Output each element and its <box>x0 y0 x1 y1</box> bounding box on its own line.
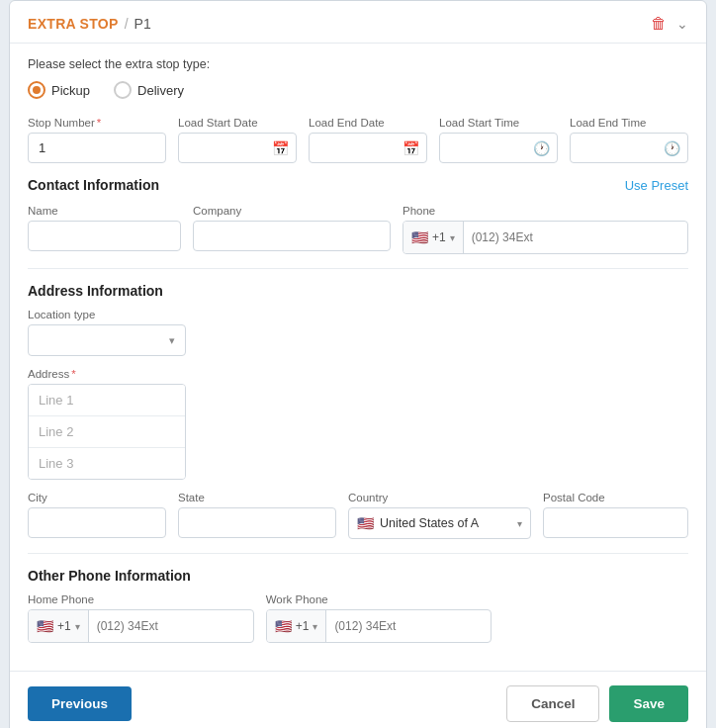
modal-header: EXTRA STOP / P1 🗑 ⌄ <box>10 1 706 44</box>
name-group: Name <box>28 205 181 251</box>
extra-stop-modal: EXTRA STOP / P1 🗑 ⌄ Please select the ex… <box>9 0 707 728</box>
country-flag: 🇺🇸 <box>357 515 374 531</box>
home-phone-input-group: 🇺🇸 +1 ▾ <box>28 609 254 643</box>
address-line1-input[interactable] <box>29 385 185 416</box>
location-type-label: Location type <box>28 309 186 320</box>
home-phone-flag: 🇺🇸 <box>37 618 53 634</box>
load-start-time-group: Load Start Time 🕐 <box>439 117 558 163</box>
phone-input[interactable] <box>464 225 687 250</box>
postal-code-label: Postal Code <box>543 492 688 503</box>
country-group: Country 🇺🇸 United States of A ▾ <box>348 492 531 539</box>
home-phone-label: Home Phone <box>28 593 254 605</box>
work-phone-label: Work Phone <box>266 593 492 605</box>
load-end-date-label: Load End Date <box>309 117 427 129</box>
phone-chevron-icon: ▾ <box>450 232 455 243</box>
header-subtitle: P1 <box>134 16 151 32</box>
work-phone-flag: 🇺🇸 <box>275 618 292 634</box>
radio-pickup-circle <box>28 81 45 99</box>
save-button[interactable]: Save <box>609 685 688 722</box>
state-group: State <box>178 492 336 538</box>
header-left: EXTRA STOP / P1 <box>28 16 151 32</box>
name-label: Name <box>28 205 181 217</box>
work-phone-input[interactable] <box>326 613 491 639</box>
phone-flag-select[interactable]: 🇺🇸 +1 ▾ <box>403 222 464 253</box>
radio-delivery-label: Delivery <box>137 83 184 98</box>
phone-flag: 🇺🇸 <box>411 229 428 245</box>
cancel-button[interactable]: Cancel <box>506 685 599 722</box>
phone-input-group: 🇺🇸 +1 ▾ <box>403 221 688 254</box>
load-start-date-input-wrapper: 📅 <box>178 133 297 163</box>
load-end-time-label: Load End Time <box>570 117 688 129</box>
stop-number-group: Stop Number* <box>28 117 166 163</box>
company-input[interactable] <box>193 221 391 251</box>
load-end-date-group: Load End Date 📅 <box>309 117 427 163</box>
work-phone-code: +1 <box>296 619 310 633</box>
header-right: 🗑 ⌄ <box>651 15 688 33</box>
load-start-date-input[interactable] <box>178 133 297 163</box>
modal-footer: Previous Cancel Save <box>10 671 706 728</box>
delete-icon[interactable]: 🗑 <box>651 15 667 33</box>
phone-code: +1 <box>432 230 446 244</box>
work-phone-flag-select[interactable]: 🇺🇸 +1 ▾ <box>267 610 327 642</box>
chevron-down-icon[interactable]: ⌄ <box>676 16 688 32</box>
home-phone-flag-select[interactable]: 🇺🇸 +1 ▾ <box>29 610 89 642</box>
load-start-time-input[interactable] <box>439 133 558 163</box>
load-start-date-label: Load Start Date <box>178 117 297 129</box>
city-label: City <box>28 492 166 503</box>
other-phone-section-title: Other Phone Information <box>28 568 688 584</box>
city-input[interactable] <box>28 507 166 538</box>
load-end-time-group: Load End Time 🕐 <box>570 117 688 163</box>
load-end-date-input[interactable] <box>309 133 427 163</box>
other-phone-row: Home Phone 🇺🇸 +1 ▾ Work Phone 🇺🇸 +1 <box>28 593 688 643</box>
address-line2-input[interactable] <box>29 416 185 448</box>
company-group: Company <box>193 205 391 251</box>
work-phone-input-group: 🇺🇸 +1 ▾ <box>266 609 492 643</box>
load-start-time-label: Load Start Time <box>439 117 558 129</box>
location-type-chevron-icon: ▾ <box>169 334 175 347</box>
address-group: Address* <box>28 368 186 480</box>
country-value: United States of A <box>380 516 511 530</box>
load-end-time-input-wrapper: 🕐 <box>570 133 688 163</box>
phone-label: Phone <box>403 205 688 217</box>
load-start-date-group: Load Start Date 📅 <box>178 117 297 163</box>
load-end-time-input[interactable] <box>570 133 688 163</box>
city-group: City <box>28 492 166 538</box>
country-label: Country <box>348 492 531 503</box>
work-phone-group: Work Phone 🇺🇸 +1 ▾ <box>266 593 492 643</box>
address-lines-container <box>28 384 186 480</box>
postal-code-group: Postal Code <box>543 492 688 538</box>
radio-pickup[interactable]: Pickup <box>28 81 90 99</box>
contact-section-header: Contact Information Use Preset <box>28 177 688 193</box>
home-phone-input[interactable] <box>89 613 253 639</box>
stop-number-required: * <box>97 117 101 129</box>
contact-divider <box>28 268 688 269</box>
radio-pickup-label: Pickup <box>51 83 90 98</box>
stop-number-input[interactable] <box>28 133 166 163</box>
postal-code-input[interactable] <box>543 507 688 538</box>
state-label: State <box>178 492 336 503</box>
home-phone-chevron-icon: ▾ <box>75 621 80 632</box>
location-type-select[interactable]: ▾ <box>28 324 186 356</box>
header-title: EXTRA STOP <box>28 16 119 32</box>
country-select[interactable]: 🇺🇸 United States of A ▾ <box>348 507 531 539</box>
use-preset-button[interactable]: Use Preset <box>625 178 688 193</box>
dates-row: Stop Number* Load Start Date 📅 Load End … <box>28 117 688 163</box>
home-phone-group: Home Phone 🇺🇸 +1 ▾ <box>28 593 254 643</box>
address-required: * <box>71 368 75 380</box>
address-divider <box>28 553 688 554</box>
load-end-date-input-wrapper: 📅 <box>309 133 427 163</box>
radio-delivery[interactable]: Delivery <box>114 81 184 99</box>
name-input[interactable] <box>28 221 181 251</box>
phone-group: Phone 🇺🇸 +1 ▾ <box>403 205 688 254</box>
country-chevron-icon: ▾ <box>517 518 522 529</box>
previous-button[interactable]: Previous <box>28 686 132 721</box>
contact-row: Name Company Phone 🇺🇸 +1 ▾ <box>28 205 688 254</box>
address-label: Address* <box>28 368 186 380</box>
load-start-time-input-wrapper: 🕐 <box>439 133 558 163</box>
location-type-group: Location type ▾ <box>28 309 186 356</box>
radio-pickup-dot <box>33 86 41 94</box>
stop-type-label: Please select the extra stop type: <box>28 57 688 71</box>
address-line3-input[interactable] <box>29 448 185 479</box>
company-label: Company <box>193 205 391 217</box>
state-input[interactable] <box>178 507 336 538</box>
